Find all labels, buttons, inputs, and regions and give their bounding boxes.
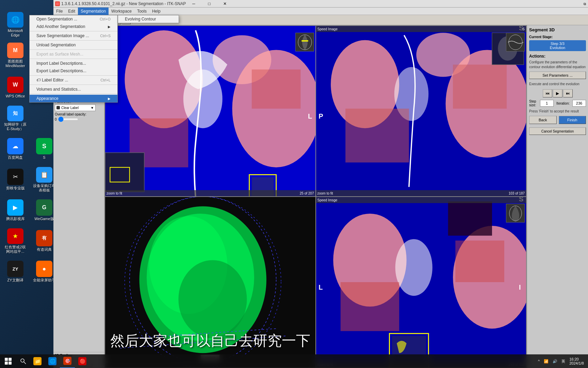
dropdown-sep-1 <box>30 31 117 31</box>
evo-forward-button[interactable]: ⏭ <box>563 89 573 97</box>
expand-button[interactable]: ⧉ <box>584 2 586 6</box>
action-buttons: Back Finish <box>529 116 586 124</box>
segment-3d-title: Segment 3D <box>529 27 586 32</box>
opacity-control: 0 <box>55 117 103 121</box>
dropdown-sep-6 <box>30 85 117 85</box>
view-tr-svg: S P <box>316 26 526 196</box>
menu-tools[interactable]: Tools <box>134 7 149 15</box>
tl-footer: zoom to fit 25 of 207 <box>105 190 315 196</box>
edge-label: Microsoft Edge <box>3 29 27 37</box>
paint-over-select[interactable]: Clear Label ▼ <box>55 104 96 111</box>
dropdown-unload-segmentation[interactable]: Unload Segmentation <box>30 41 117 49</box>
taskbar-app-itk[interactable]: 🎯 <box>60 354 75 368</box>
svg-text:I: I <box>519 283 521 291</box>
view-bottom-right: S L I Speed Imsge zoo <box>316 197 526 367</box>
tr-header-right: S <box>522 27 525 31</box>
dropdown-sep-3 <box>30 49 117 50</box>
jianying-label: 剪映专业版 <box>6 186 25 190</box>
step-row: Step size: Iteration: <box>529 99 586 107</box>
opacity-slider[interactable] <box>58 117 79 121</box>
view-bottom-left: 然后大家也可以自己去研究一下 update <box>105 197 315 367</box>
youdao-label: 有道词典 <box>37 247 52 252</box>
actions-section: Actions: Configure the parameters of the… <box>529 54 586 87</box>
menu-workspace[interactable]: Workspace <box>109 7 134 15</box>
baidu-label: 百度网盘 <box>8 155 23 160</box>
app-content: Cursor Ins Cursor posi Intensity u Layer… <box>53 25 588 368</box>
view-br-svg: S L I <box>316 197 526 367</box>
dropdown-sep-2 <box>30 40 117 41</box>
br-header: Speed Imsge <box>316 197 526 203</box>
step-size-input[interactable] <box>540 100 554 107</box>
dropdown-save-segmentation[interactable]: Save Segmentation Image ... Ctrl+S <box>30 32 117 40</box>
paint-color-dot <box>56 106 60 109</box>
jianying-icon[interactable]: ✂ 剪映专业版 <box>2 165 29 194</box>
zhiwang-icon[interactable]: 知 知网研学（原E-Study） <box>2 104 29 133</box>
redAlert-icon[interactable]: ★ 红色警戒2联网对战平... <box>2 227 29 256</box>
evolution-controls: ⏮ ▶ ⏭ <box>529 89 586 97</box>
tr-corner-thumb <box>506 33 525 51</box>
tr-header: Speed Image S <box>316 26 526 32</box>
start-button[interactable] <box>0 354 16 368</box>
menu-segmentation[interactable]: Segmentation <box>78 7 109 15</box>
start-icon <box>5 358 12 365</box>
menu-edit[interactable]: Edit <box>65 7 78 15</box>
appearance-submenu: Evolving Contour <box>118 15 179 23</box>
close-button[interactable]: ✕ <box>217 0 233 9</box>
appearance-evolving-contour[interactable]: Evolving Contour <box>118 15 179 23</box>
view-br-bg: S L I <box>316 197 526 367</box>
taskbar-app-edge[interactable]: 🌐 <box>45 354 60 368</box>
maximize-button[interactable]: □ <box>201 0 217 9</box>
tr-slice-info: 103 of 187 <box>509 191 525 195</box>
app-titlebar: 1.3.6.1.4.1.9328.50.4.0101_2.nii.gz - Ne… <box>53 0 588 7</box>
iteration-input[interactable] <box>572 100 586 107</box>
taskbar-search-button[interactable] <box>16 354 30 368</box>
wegame-label: WeGame版 <box>34 217 54 221</box>
mindmaster-label: 图图图图MindMaster <box>5 59 25 68</box>
tray-up-arrow[interactable]: ^ <box>537 358 541 364</box>
label-editor-icon: 🏷 <box>36 78 40 82</box>
minimize-button[interactable]: ─ <box>186 0 201 9</box>
taskbar-apps: 📁 🌐 🎯 🔴 <box>30 354 90 368</box>
tencent-icon[interactable]: ▶ 腾讯影视库 <box>2 196 29 225</box>
zhiwang-label: 知网研学（原E-Study） <box>4 122 27 131</box>
cancel-segmentation-button[interactable]: Cancel Segmentation <box>529 127 586 135</box>
view-top-right: S P Speed <box>316 26 526 196</box>
dropdown-sep-4 <box>30 59 117 59</box>
zy-icon[interactable]: ZY ZY文翻译 <box>2 257 29 286</box>
dropdown-open-segmentation[interactable]: Open Segmentation ... Ctrl+O <box>30 15 117 23</box>
evo-rewind-button[interactable]: ⏮ <box>543 89 552 97</box>
back-button[interactable]: Back <box>529 116 557 124</box>
dropdown-export-labels[interactable]: Export Label Descriptions... <box>30 67 117 75</box>
actions-label: Actions: <box>529 54 586 59</box>
edge-icon[interactable]: 🌐 Microsoft Edge <box>2 10 29 39</box>
wps-icon[interactable]: W WPS Office <box>2 73 29 102</box>
menu-help[interactable]: Help <box>149 7 163 15</box>
action-text-1: Configure the parameters of the contour … <box>529 60 586 70</box>
view-tr-bg: S P <box>316 26 526 196</box>
menu-file[interactable]: File <box>53 7 65 15</box>
dropdown-import-labels[interactable]: Import Label Descriptions... <box>30 60 117 67</box>
s-label: S <box>43 155 45 160</box>
finish-button[interactable]: Finish <box>559 116 586 124</box>
dropdown-label-editor[interactable]: 🏷 Label Editor ... Ctrl+L <box>30 76 117 84</box>
baidu-icon[interactable]: ☁ 百度网盘 <box>2 135 29 164</box>
set-params-button[interactable]: Set Parameters ... <box>529 72 586 79</box>
mindmaster-icon[interactable]: M 图图图图MindMaster <box>2 41 29 70</box>
tray-wifi[interactable]: 📶 <box>542 358 550 364</box>
window-controls: ─ □ ✕ <box>186 0 233 9</box>
view-tl-svg: L <box>105 26 315 196</box>
tray-time[interactable]: 16:202024/1/8 <box>568 356 585 366</box>
tray-lang[interactable]: 英 <box>560 358 567 365</box>
svg-rect-20 <box>345 109 409 163</box>
taskbar-app-folder[interactable]: 📁 <box>30 354 45 368</box>
dropdown-add-segmentation[interactable]: Add Another Segmentation ▶ <box>30 23 117 30</box>
dropdown-volumes-stats[interactable]: Volumes and Statistics... <box>30 86 117 93</box>
taskbar-app-red[interactable]: 🔴 <box>75 354 90 368</box>
tr-header-label: Speed Image <box>317 27 338 31</box>
dropdown-appearance[interactable]: Appearance ▶ <box>30 95 117 102</box>
tray-speaker[interactable]: 🔊 <box>551 358 559 364</box>
edge-taskbar-icon: 🌐 <box>48 357 56 365</box>
app-window: 1.3.6.1.4.1.9328.50.4.0101_2.nii.gz - Ne… <box>53 0 588 368</box>
opacity-label: Overall label opacity: <box>55 112 86 116</box>
evo-play-button[interactable]: ▶ <box>553 89 562 97</box>
